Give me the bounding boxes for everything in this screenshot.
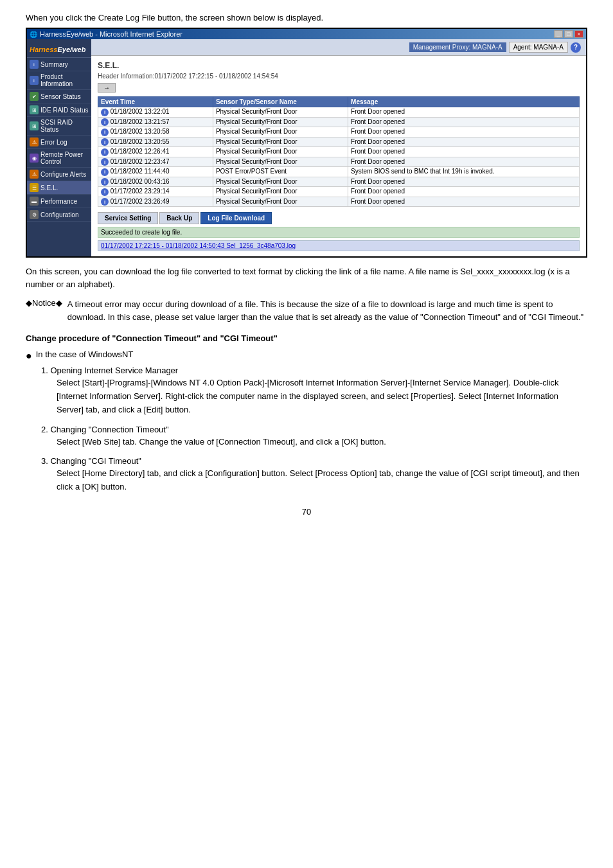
cell-time: i 01/18/2002 12:26:41 xyxy=(98,147,213,157)
sidebar-item-configuration[interactable]: ⚙ Configuration xyxy=(27,208,91,222)
arrow-button[interactable]: → xyxy=(98,83,116,93)
backup-button[interactable]: Back Up xyxy=(159,212,199,224)
table-row: i 01/18/2002 13:21:57Physical Security/F… xyxy=(98,117,580,127)
sidebar: HarnessEye/web i Summary i Product Infor… xyxy=(27,39,91,256)
browser-controls[interactable]: _ □ × xyxy=(554,30,583,38)
body-para1: On this screen, you can download the log… xyxy=(26,265,587,290)
table-row: i 01/18/2002 13:22:01Physical Security/F… xyxy=(98,107,580,118)
sidebar-item-ide-raid[interactable]: ⊞ IDE RAID Status xyxy=(27,103,91,117)
info-icon: i xyxy=(101,109,109,116)
browser-title: HarnessEye/web - Microsoft Internet Expl… xyxy=(40,30,182,38)
cell-message: System BIOS send to BMC that Int 19h is … xyxy=(348,167,580,177)
close-button[interactable]: × xyxy=(574,30,583,38)
browser-window: 🌐 HarnessEye/web - Microsoft Internet Ex… xyxy=(26,28,587,258)
proxy-label: Management Proxy: MAGNA-A xyxy=(409,42,506,52)
notice-diamond: ◆Notice◆ xyxy=(26,298,62,323)
cell-sensor: Physical Security/Front Door xyxy=(213,177,348,187)
table-row: i 01/18/2002 13:20:55Physical Security/F… xyxy=(98,137,580,147)
table-row: i 01/18/2002 12:26:41Physical Security/F… xyxy=(98,147,580,157)
page-number: 70 xyxy=(26,507,587,517)
sidebar-item-sensor-status[interactable]: ✔ Sensor Status xyxy=(27,90,91,103)
sel-header-info: Header Information:01/17/2002 17:22:15 -… xyxy=(98,73,580,80)
table-row: i 01/17/2002 23:26:49Physical Security/F… xyxy=(98,197,580,207)
cell-sensor: Physical Security/Front Door xyxy=(213,137,348,147)
sel-section: S.E.L. Header Information:01/17/2002 17:… xyxy=(91,56,586,256)
table-row: i 01/18/2002 12:23:47Physical Security/F… xyxy=(98,157,580,167)
table-row: i 01/18/2002 13:20:58Physical Security/F… xyxy=(98,127,580,137)
sidebar-item-performance-label: Performance xyxy=(40,198,77,205)
intro-text: When you click the Create Log File butto… xyxy=(26,13,587,22)
notice-text: A timeout error may occur during downloa… xyxy=(67,298,587,323)
sel-icon: ☰ xyxy=(30,183,39,192)
sidebar-item-sensor-status-label: Sensor Status xyxy=(40,93,81,100)
cell-time: i 01/18/2002 12:23:47 xyxy=(98,157,213,167)
browser-title-left: 🌐 HarnessEye/web - Microsoft Internet Ex… xyxy=(30,30,182,38)
cell-message: Front Door opened xyxy=(348,157,580,167)
step-body: Select [Web Site] tab. Change the value … xyxy=(57,436,587,449)
sidebar-item-scsi-raid[interactable]: ⊞ SCSI RAID Status xyxy=(27,117,91,136)
cell-message: Front Door opened xyxy=(348,197,580,207)
cell-message: Front Door opened xyxy=(348,117,580,127)
sidebar-item-summary-label: Summary xyxy=(40,61,68,68)
bullet-dot: ● xyxy=(26,350,32,362)
bullet-item-windowsnt: ● In the case of WindowsNT xyxy=(26,350,587,362)
cell-message: Front Door opened xyxy=(348,187,580,197)
bullet-label: In the case of WindowsNT xyxy=(36,350,134,362)
browser-favicon: 🌐 xyxy=(30,31,37,38)
cell-sensor: POST Error/POST Event xyxy=(213,167,348,177)
info-icon: i xyxy=(101,178,109,186)
agent-label: Agent: MAGNA-A xyxy=(509,42,568,53)
sidebar-item-configure-alerts[interactable]: ⚠ Configure Alerts xyxy=(27,168,91,181)
cell-message: Front Door opened xyxy=(348,127,580,137)
step-number: 1. Opening Internet Service Manager xyxy=(41,366,587,375)
cell-time: i 01/18/2002 00:43:16 xyxy=(98,177,213,187)
table-row: i 01/18/2002 11:44:40POST Error/POST Eve… xyxy=(98,167,580,177)
sidebar-item-summary[interactable]: i Summary xyxy=(27,58,91,71)
section-heading: Change procedure of "Connection Timeout"… xyxy=(26,333,587,343)
cell-time: i 01/18/2002 13:20:58 xyxy=(98,127,213,137)
table-row: i 01/18/2002 00:43:16Physical Security/F… xyxy=(98,177,580,187)
sidebar-item-product-info[interactable]: i Product Information xyxy=(27,71,91,90)
col-message: Message xyxy=(348,97,580,107)
step-item: 3. Changing "CGI Timeout"Select [Home Di… xyxy=(41,456,587,494)
steps-block: 1. Opening Internet Service ManagerSelec… xyxy=(41,366,587,494)
cell-time: i 01/18/2002 11:44:40 xyxy=(98,167,213,177)
sidebar-item-error-log[interactable]: ⚠ Error Log xyxy=(27,136,91,149)
step-body: Select [Home Directory] tab, and click a… xyxy=(57,467,587,494)
sidebar-item-ide-raid-label: IDE RAID Status xyxy=(40,107,88,114)
configuration-icon: ⚙ xyxy=(30,210,39,219)
sidebar-item-sel-label: S.E.L. xyxy=(40,184,58,191)
cell-sensor: Physical Security/Front Door xyxy=(213,157,348,167)
minimize-button[interactable]: _ xyxy=(554,30,563,38)
info-icon: i xyxy=(101,158,109,166)
log-file-download-button[interactable]: Log File Download xyxy=(200,212,272,224)
scsi-raid-icon: ⊞ xyxy=(30,121,39,130)
table-row: i 01/17/2002 23:29:14Physical Security/F… xyxy=(98,187,580,197)
sidebar-item-remote-power-label: Remote Power Control xyxy=(40,151,89,165)
cell-time: i 01/17/2002 23:26:49 xyxy=(98,197,213,207)
sidebar-item-sel[interactable]: ☰ S.E.L. xyxy=(27,181,91,195)
notice-block: ◆Notice◆ A timeout error may occur durin… xyxy=(26,298,587,323)
bottom-buttons: Service Setting Back Up Log File Downloa… xyxy=(98,212,580,224)
remote-power-icon: ◉ xyxy=(30,154,39,163)
sidebar-item-configure-alerts-label: Configure Alerts xyxy=(40,171,86,178)
cell-sensor: Physical Security/Front Door xyxy=(213,147,348,157)
sidebar-item-remote-power[interactable]: ◉ Remote Power Control xyxy=(27,149,91,168)
service-setting-button[interactable]: Service Setting xyxy=(98,212,158,224)
cell-time: i 01/18/2002 13:21:57 xyxy=(98,117,213,127)
ide-raid-icon: ⊞ xyxy=(30,105,39,114)
summary-icon: i xyxy=(30,60,39,69)
maximize-button[interactable]: □ xyxy=(564,30,573,38)
success-message: Succeeded to create log file. xyxy=(98,227,580,238)
download-link[interactable]: 01/17/2002 17:22:15 - 01/18/2002 14:50:4… xyxy=(101,242,296,249)
sidebar-item-performance[interactable]: ▬ Performance xyxy=(27,195,91,208)
main-content: Management Proxy: MAGNA-A Agent: MAGNA-A… xyxy=(91,39,586,256)
info-icon: i xyxy=(101,118,109,126)
cell-time: i 01/18/2002 13:22:01 xyxy=(98,107,213,118)
cell-time: i 01/17/2002 23:29:14 xyxy=(98,187,213,197)
step-number: 2. Changing "Connection Timeout" xyxy=(41,425,587,434)
help-icon[interactable]: ? xyxy=(571,42,581,53)
cell-message: Front Door opened xyxy=(348,137,580,147)
performance-icon: ▬ xyxy=(30,197,39,206)
main-header: Management Proxy: MAGNA-A Agent: MAGNA-A… xyxy=(91,39,586,56)
